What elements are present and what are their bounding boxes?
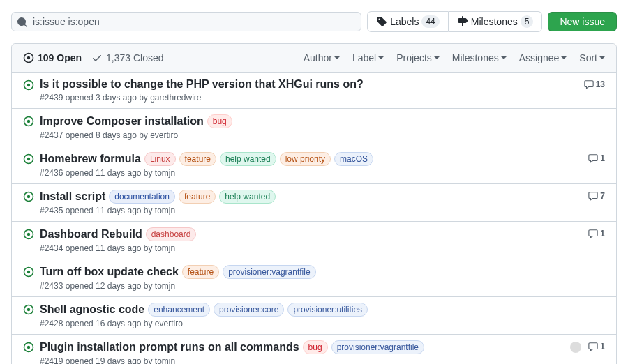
issue-label[interactable]: dashboard (146, 227, 197, 241)
issue-author[interactable]: tomjn (155, 281, 175, 291)
issue-row: Dashboard Rebuild dashboard #2434 opened… (12, 222, 616, 259)
comment-icon (588, 229, 598, 238)
issue-label[interactable]: help wanted (219, 190, 276, 204)
issue-open-icon (23, 342, 34, 353)
open-closed-toggle: 109 Open 1,373 Closed (23, 52, 164, 63)
issue-label[interactable]: provisioner:vagrantfile (223, 265, 315, 279)
issue-label[interactable]: low priority (280, 152, 331, 166)
filter-label: Author (304, 52, 332, 63)
comment-count[interactable]: 7 (588, 191, 605, 201)
issue-label[interactable]: feature (179, 190, 216, 204)
filter-projects[interactable]: Projects (396, 52, 440, 63)
comment-icon (584, 79, 594, 89)
issue-body: Improve Composer installation bug #2437 … (37, 114, 549, 140)
filter-author[interactable]: Author (304, 52, 340, 63)
issue-open-icon (23, 116, 34, 127)
issue-title[interactable]: Turn off box update check (40, 266, 179, 278)
filter-label: Label (352, 52, 376, 63)
issue-open-icon (23, 52, 34, 63)
issue-title[interactable]: Shell agnostic code (40, 303, 144, 316)
labels-button[interactable]: Labels 44 (367, 11, 449, 32)
comment-count[interactable]: 1 (588, 229, 605, 238)
labels-count: 44 (421, 15, 439, 28)
caret-down-icon (501, 55, 507, 61)
issue-age: 16 days ago (96, 319, 141, 328)
comment-icon (588, 342, 598, 351)
filter-label: Assignee (519, 52, 560, 63)
issue-label[interactable]: feature (179, 152, 216, 166)
milestone-icon (457, 16, 468, 27)
issue-status-icon (23, 227, 37, 253)
issue-label[interactable]: feature (182, 265, 219, 279)
issue-number: #2433 (40, 281, 63, 291)
issue-open-icon (23, 304, 34, 315)
issue-right (549, 303, 605, 328)
assignee-avatar[interactable] (570, 342, 581, 353)
search-icon (17, 17, 28, 28)
issue-body: Install script documentationfeaturehelp … (37, 190, 549, 215)
issue-label[interactable]: Linux (144, 152, 176, 166)
issue-number: #2428 (40, 319, 63, 328)
open-issues-tab[interactable]: 109 Open (23, 52, 82, 63)
issue-age: 11 days ago (96, 243, 141, 253)
issue-author[interactable]: tomjn (155, 356, 175, 364)
search-input[interactable] (11, 12, 361, 31)
issue-label[interactable]: documentation (109, 190, 175, 204)
open-count: 109 Open (38, 52, 82, 63)
issue-number: #2436 (40, 168, 63, 178)
caret-down-icon (378, 55, 384, 61)
issue-meta: #2419 opened 19 days ago by tomjn (40, 356, 549, 364)
filter-assignee[interactable]: Assignee (519, 52, 567, 63)
issue-author[interactable]: evertiro (150, 130, 178, 140)
issue-title[interactable]: Improve Composer installation (40, 115, 204, 128)
search-container (11, 12, 361, 31)
issue-label[interactable]: provisioner:utilities (287, 303, 368, 317)
milestones-button[interactable]: Milestones 5 (449, 11, 543, 32)
closed-issues-tab[interactable]: 1,373 Closed (91, 52, 164, 63)
issue-label[interactable]: bug (207, 114, 232, 128)
issue-author[interactable]: tomjn (155, 243, 175, 253)
issue-title[interactable]: Plugin installation prompt runs on all c… (40, 341, 299, 354)
issue-author[interactable]: tomjn (155, 168, 175, 178)
issue-title[interactable]: Is it possible to change the PHP version… (40, 78, 364, 91)
issue-status-icon (23, 265, 37, 291)
svg-point-11 (27, 233, 30, 236)
milestones-text: Milestones (471, 16, 518, 27)
issue-number: #2437 (40, 130, 63, 140)
filter-milestones[interactable]: Milestones (452, 52, 507, 63)
filter-label: Milestones (452, 52, 499, 63)
issue-open-icon (23, 229, 34, 240)
issue-status-icon (23, 78, 37, 103)
comment-count[interactable]: 13 (584, 79, 605, 89)
issue-status-icon (23, 190, 37, 215)
issue-body: Homebrew formula Linuxfeaturehelp wanted… (37, 152, 549, 178)
issue-right: 7 (549, 190, 605, 215)
comment-icon (588, 153, 598, 163)
issue-label[interactable]: macOS (334, 152, 373, 166)
issue-label[interactable]: help wanted (220, 152, 276, 166)
filter-label[interactable]: Label (352, 52, 384, 63)
issue-label[interactable]: bug (303, 340, 328, 354)
issue-title[interactable]: Dashboard Rebuild (40, 228, 142, 241)
issue-title[interactable]: Homebrew formula (40, 153, 141, 165)
issue-label[interactable]: provisioner:core (214, 303, 284, 317)
issue-number: #2434 (40, 243, 63, 253)
comment-count[interactable]: 1 (588, 342, 605, 351)
issue-row: Plugin installation prompt runs on all c… (12, 335, 616, 364)
issue-author[interactable]: tomjn (155, 206, 175, 215)
issue-title[interactable]: Install script (40, 190, 105, 203)
svg-point-13 (27, 271, 30, 273)
issue-age: 8 days ago (96, 130, 137, 140)
issue-status-icon (23, 152, 37, 178)
issue-label[interactable]: provisioner:vagrantfile (331, 340, 424, 354)
check-icon (91, 52, 103, 63)
caret-down-icon (599, 55, 605, 61)
new-issue-button[interactable]: New issue (548, 12, 617, 31)
issue-label[interactable]: enhancement (148, 303, 210, 317)
filter-sort[interactable]: Sort (579, 52, 605, 63)
comment-count[interactable]: 1 (588, 153, 605, 163)
issue-author[interactable]: evertiro (155, 319, 183, 328)
list-header: 109 Open 1,373 Closed AuthorLabelProject… (12, 44, 616, 73)
issue-open-icon (23, 153, 34, 165)
issue-author[interactable]: garethredwire (150, 93, 201, 103)
